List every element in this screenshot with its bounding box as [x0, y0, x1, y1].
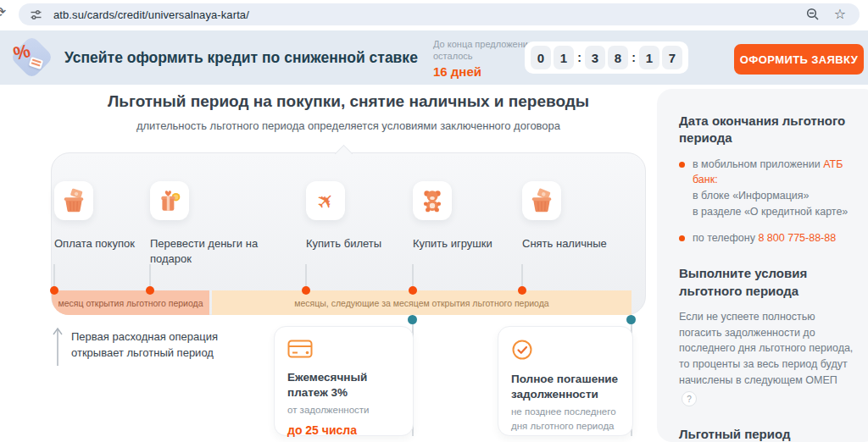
- purchases-tile: [54, 181, 93, 220]
- page-title: Льготный период на покупки, снятие налич…: [51, 92, 646, 111]
- timer-digit: 3: [585, 46, 605, 69]
- toys-tile: [413, 181, 452, 220]
- grace-period-block: Льготный период Новый льготный период на…: [679, 426, 857, 442]
- monthly-payment-card: Ежемесячный платеж 3% от задолженности д…: [274, 326, 414, 436]
- reload-icon[interactable]: ⟳: [0, 3, 6, 21]
- timer-digit: 1: [554, 46, 574, 69]
- browser-toolbar: ⟳ atb.su/cards/credit/universalnaya-kart…: [0, 0, 868, 28]
- timer-separator: :: [631, 51, 637, 64]
- countdown-line1: До конца предложения: [433, 38, 533, 50]
- full-repayment-card: Полное погашение задолженности не поздне…: [498, 326, 633, 436]
- promo-banner: % Успейте оформить кредит по сниженной с…: [0, 30, 868, 85]
- bar-following-months: месяцы, следующие за месяцем открытия ль…: [212, 290, 632, 315]
- milestone-dot: [408, 315, 417, 324]
- end-date-bullet-phone: по телефону 8 800 775-88-88: [679, 230, 857, 246]
- timer-digit: 7: [662, 46, 682, 69]
- timeline-label: Купить билеты: [306, 236, 425, 251]
- countdown-days: 16 дней: [433, 64, 533, 79]
- teddy-bear-icon: [420, 188, 445, 213]
- timeline-label: Перевести деньги на подарок: [150, 236, 260, 267]
- tickets-tile: ✈: [306, 181, 345, 220]
- conditions-block: Выполните условия льготного периода Если…: [679, 265, 857, 406]
- end-date-title: Дата окончания льготного периода: [679, 113, 857, 147]
- countdown-line2: осталось: [433, 50, 533, 62]
- timeline-dot: [146, 286, 154, 295]
- milestone-dot: [626, 315, 636, 324]
- timeline-dot: [50, 286, 58, 295]
- bookmark-star-icon[interactable]: ☆: [834, 8, 846, 21]
- conditions-text: Если не успеете полностью погасить задол…: [679, 309, 857, 406]
- percent-promo-icon: %: [7, 33, 56, 82]
- first-operation-note: Первая расходная операция открывает льго…: [71, 329, 253, 362]
- timer-digit: 1: [639, 46, 659, 69]
- phone-number-link[interactable]: 8 800 775-88-88: [758, 232, 836, 244]
- cash-withdrawal-tile: [522, 181, 561, 220]
- page: ⟳ atb.su/cards/credit/universalnaya-kart…: [0, 0, 868, 442]
- card-subtitle: не позднее последнего дня льготного пери…: [511, 405, 620, 432]
- banner-title: Успейте оформить кредит по сниженной ста…: [64, 49, 418, 67]
- countdown-block: До конца предложения осталось 16 дней: [433, 38, 533, 79]
- apply-button[interactable]: ОФОРМИТЬ ЗАЯВКУ: [734, 44, 864, 75]
- bullet-line3: в разделе «О кредитной карте»: [693, 204, 857, 220]
- help-icon[interactable]: ?: [682, 391, 697, 406]
- bullet-line2: в блоке «Информация»: [693, 188, 857, 204]
- card-title: Полное погашение задолженности: [511, 372, 620, 402]
- conditions-title: Выполните условия льготного периода: [679, 265, 857, 300]
- page-subtitle: длительность льготного периода определяе…: [51, 119, 646, 132]
- gift-icon: [157, 188, 182, 213]
- timer-digit: 0: [531, 46, 551, 69]
- check-circle-icon: [511, 339, 533, 361]
- grace-period-title: Льготный период: [679, 426, 857, 442]
- bullet-text: в мобильном приложении: [693, 158, 821, 170]
- timeline-dot: [518, 286, 526, 295]
- timeline-dot: [409, 286, 417, 295]
- shopping-basket-icon: [61, 188, 86, 213]
- credit-card-icon: [287, 339, 313, 359]
- timer-separator: :: [576, 51, 582, 64]
- end-date-block: Дата окончания льготного периода в мобил…: [679, 113, 857, 246]
- timer-digit: 8: [608, 46, 628, 69]
- site-settings-icon[interactable]: [30, 8, 42, 21]
- up-arrow-icon: [51, 326, 64, 368]
- payment-deadline: до 25 числа: [287, 423, 400, 437]
- timeline-label: Снять наличные: [522, 236, 641, 251]
- url-text: atb.su/cards/credit/universalnaya-karta/: [53, 8, 249, 21]
- address-bar-actions: ☆: [806, 3, 846, 25]
- card-subtitle: от задолженности: [287, 403, 400, 417]
- airplane-icon: ✈: [312, 187, 339, 214]
- conditions-paragraph: Если не успеете полностью погасить задол…: [679, 311, 853, 386]
- countdown-timer: 0 1 : 3 8 : 1 7: [525, 41, 688, 74]
- bullet-text: по телефону: [693, 232, 755, 244]
- cash-basket-icon: [529, 188, 554, 213]
- timeline-label: Купить игрушки: [413, 236, 531, 251]
- end-date-bullet-app: в мобильном приложении АТБ банк: в блоке…: [679, 157, 857, 220]
- card-title: Ежемесячный платеж 3%: [287, 370, 400, 401]
- zoom-out-icon[interactable]: [806, 8, 820, 21]
- timeline-label: Оплата покупок: [54, 236, 139, 251]
- info-sidebar: Дата окончания льготного периода в мобил…: [657, 89, 868, 442]
- timeline-dot: [302, 286, 310, 295]
- bar-opening-month: месяц открытия льготного периода: [52, 290, 209, 315]
- gift-transfer-tile: [150, 181, 189, 220]
- address-bar[interactable]: atb.su/cards/credit/universalnaya-karta/…: [19, 3, 860, 25]
